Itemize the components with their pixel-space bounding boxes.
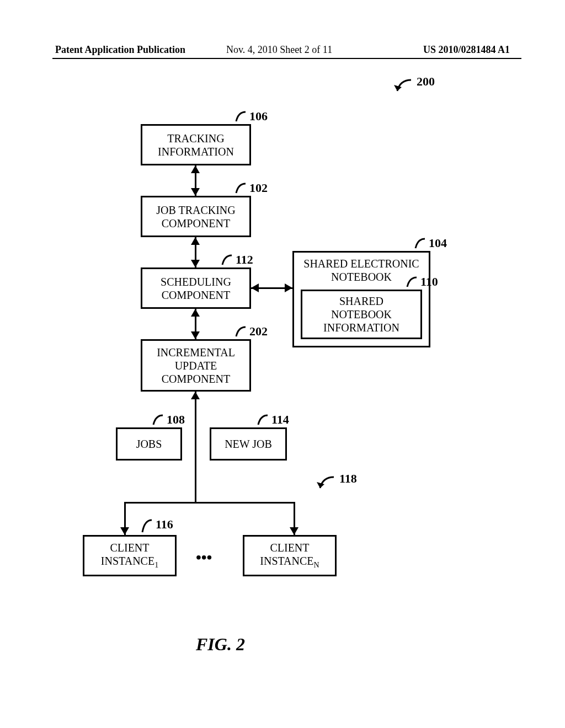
ellipsis-icon: ••• <box>196 549 212 566</box>
hook-icon <box>254 414 270 427</box>
ref-110: 110 <box>420 275 438 289</box>
arrowhead-up-icon <box>191 165 200 173</box>
header-left: Patent Application Publication <box>55 44 185 56</box>
arrowhead-up-icon <box>191 309 200 317</box>
ref-202: 202 <box>249 324 268 339</box>
box-job-tracking-component-label: JOB TRACKING COMPONENT <box>156 204 236 230</box>
connector <box>195 392 196 502</box>
page: Patent Application Publication Nov. 4, 2… <box>0 0 565 728</box>
header-right: US 2010/0281484 A1 <box>423 44 510 56</box>
hook-icon <box>315 474 337 491</box>
ref-102: 102 <box>249 181 268 195</box>
arrowhead-down-icon <box>290 527 299 535</box>
ref-200: 200 <box>417 74 435 89</box>
hook-icon <box>138 518 154 535</box>
box-incremental-update-component: INCREMENTAL UPDATE COMPONENT <box>141 339 251 392</box>
box-scheduling-component: SCHEDULING COMPONENT <box>141 267 251 309</box>
box-new-job: NEW JOB <box>210 427 287 461</box>
box-job-tracking-component: JOB TRACKING COMPONENT <box>141 196 251 237</box>
box-tracking-information-label: TRACKING INFORMATION <box>158 132 234 158</box>
ref-106: 106 <box>249 109 268 124</box>
svg-marker-0 <box>394 85 402 91</box>
box-tracking-information: TRACKING INFORMATION <box>141 124 251 165</box>
ref-104: 104 <box>429 236 447 250</box>
arrowhead-up-icon <box>191 392 200 399</box>
hook-icon <box>149 414 166 427</box>
ref-114: 114 <box>271 413 289 427</box>
box-new-job-label: NEW JOB <box>225 437 272 451</box>
arrowhead-down-icon <box>191 260 200 267</box>
header-rule <box>52 58 521 59</box>
ref-116: 116 <box>156 517 173 532</box>
arrowhead-down-icon <box>191 188 200 196</box>
box-shared-electronic-notebook-label: SHARED ELECTRONIC NOTEBOOK <box>303 257 419 283</box>
ref-112: 112 <box>236 253 253 267</box>
box-incremental-update-component-label: INCREMENTAL UPDATE COMPONENT <box>157 346 235 386</box>
arrowhead-down-icon <box>120 527 129 535</box>
arrowhead-down-icon <box>191 331 200 339</box>
hook-icon <box>232 182 248 196</box>
ref-108: 108 <box>167 413 185 427</box>
box-shared-notebook-information-label: SHARED NOTEBOOK INFORMATION <box>323 295 399 334</box>
arrowhead-up-icon <box>191 237 200 245</box>
hook-icon <box>232 110 248 124</box>
connector <box>124 502 295 504</box>
hook-icon <box>218 254 234 267</box>
ref-118: 118 <box>339 472 357 486</box>
box-jobs: JOBS <box>116 427 182 461</box>
figure-caption: FIG. 2 <box>196 634 245 655</box>
box-client-instance-1: CLIENT INSTANCE1 <box>83 535 177 576</box>
box-client-instance-n: CLIENT INSTANCEN <box>243 535 337 576</box>
arrowhead-right-icon <box>285 283 292 292</box>
svg-marker-1 <box>317 482 324 488</box>
hook-icon <box>403 276 419 290</box>
hook-icon <box>392 77 414 94</box>
box-scheduling-component-label: SCHEDULING COMPONENT <box>161 275 231 302</box>
box-shared-notebook-information: SHARED NOTEBOOK INFORMATION <box>301 290 422 339</box>
hook-icon <box>411 237 428 251</box>
header-mid: Nov. 4, 2010 Sheet 2 of 11 <box>226 44 332 56</box>
box-jobs-label: JOBS <box>136 437 162 451</box>
box-client-instance-1-label: CLIENT INSTANCE1 <box>101 541 158 570</box>
arrowhead-left-icon <box>251 283 259 292</box>
box-client-instance-n-label: CLIENT INSTANCEN <box>260 541 319 570</box>
hook-icon <box>232 325 248 339</box>
